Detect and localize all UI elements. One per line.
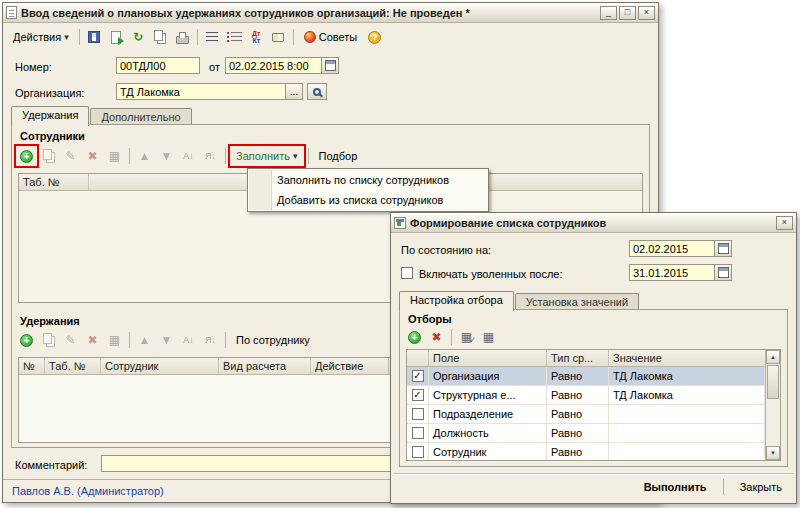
post-button[interactable] [106,27,127,47]
filter-field-cell[interactable]: Должность [429,424,547,442]
add-deduction-button[interactable]: + [16,330,37,350]
add-filter-button[interactable]: + [404,327,425,347]
filter-row[interactable]: ✓ Должность Равно [407,424,765,443]
filter-value-cell[interactable]: ТД Лакомка [609,386,765,404]
toolbar-separator [129,148,130,164]
number-input[interactable] [116,57,200,74]
filter-compare-cell[interactable]: Равно [547,424,609,442]
end-edit-button[interactable]: ▦ [104,146,125,166]
filter-compare-cell[interactable]: Равно [547,443,609,461]
movements-button[interactable] [224,27,245,47]
date-input[interactable] [225,57,322,74]
employees-toolbar: + ✎ ✖ ▦ ▲ ▼ А↓ Я↓ Заполнить ▾ Подбор [16,144,363,168]
filter-row[interactable]: ✓ Подразделение Равно [407,405,765,424]
print-button[interactable] [172,27,193,47]
move-down-button[interactable]: ▼ [156,330,177,350]
as-of-date-input[interactable] [629,240,715,257]
fired-date-input[interactable] [629,264,715,281]
filters-scrollbar[interactable]: ▲ ▼ [765,350,780,460]
checkbox[interactable]: ✓ [412,446,424,458]
filter-field-cell[interactable]: Структурная е... [429,386,547,404]
tips-button[interactable]: Советы [298,27,363,47]
sort-desc-button[interactable]: Я↓ [200,330,221,350]
refresh-button[interactable]: ↻ [128,27,149,47]
save-button[interactable] [84,27,105,47]
checkbox[interactable]: ✓ [412,389,424,401]
move-up-button[interactable]: ▲ [134,330,155,350]
filter-value-cell[interactable]: ТД Лакомка [609,367,765,385]
menu-item-fill-by-list[interactable]: Заполнить по списку сотрудников [249,170,487,190]
execute-button[interactable]: Выполнить [636,479,715,495]
filter-value-cell[interactable] [609,424,765,442]
chevron-down-icon: ▾ [293,151,298,161]
filter-value-cell[interactable] [609,443,765,461]
list-button[interactable] [202,27,223,47]
close-button[interactable]: × [638,6,655,20]
help-button[interactable]: ? [364,27,385,47]
date-calendar-button[interactable] [322,57,339,74]
sort-desc-button[interactable]: Я↓ [200,146,221,166]
fired-calendar-button[interactable] [715,264,732,281]
organization-open-button[interactable] [307,83,327,100]
organization-select-button[interactable]: ... [286,83,303,100]
filter-field-cell[interactable]: Сотрудник [429,443,547,461]
include-fired-checkbox[interactable]: ✓ [401,267,413,279]
as-of-calendar-button[interactable] [715,240,732,257]
add-employee-button[interactable]: + [16,146,37,166]
move-up-button[interactable]: ▲ [134,146,155,166]
checkbox[interactable]: ✓ [412,427,424,439]
checkbox[interactable]: ✓ [412,370,424,382]
tab-filter-settings[interactable]: Настройка отбора [399,291,514,311]
filter-check-cell[interactable]: ✓ [407,405,429,423]
scroll-down-button[interactable]: ▼ [766,446,780,460]
minimize-button[interactable]: _ [600,6,617,20]
menu-item-add-from-list[interactable]: Добавить из списка сотрудников [249,190,487,210]
end-edit-button[interactable]: ▦ [104,330,125,350]
filter-check-cell[interactable]: ✓ [407,367,429,385]
filter-compare-cell[interactable]: Равно [547,405,609,423]
sort-asc-button[interactable]: А↓ [178,146,199,166]
scroll-track[interactable] [766,400,780,446]
tab-label: Дополнительно [101,111,180,123]
filter-compare-cell[interactable]: Равно [547,367,609,385]
organization-input[interactable] [116,83,286,100]
copy-row-button[interactable] [38,330,59,350]
filter-check-cell[interactable]: ✓ [407,424,429,442]
delete-filter-button[interactable]: ✖ [426,327,447,347]
plus-glyph: + [23,151,29,162]
checkbox[interactable]: ✓ [412,408,424,420]
filter-value-cell[interactable] [609,405,765,423]
edit-row-button[interactable]: ✎ [60,146,81,166]
filter-grid-button[interactable]: ▦ [478,327,499,347]
dialog-close-button[interactable]: × [776,216,793,230]
dt-kt-button[interactable]: Дт Кт [246,27,267,47]
maximize-button[interactable]: □ [619,6,636,20]
filter-field-cell[interactable]: Организация [429,367,547,385]
tab-deductions[interactable]: Удержания [11,106,89,126]
delete-row-button[interactable]: ✖ [82,146,103,166]
copy-row-button[interactable] [38,146,59,166]
journal-button[interactable] [268,27,289,47]
edit-row-button[interactable]: ✎ [60,330,81,350]
by-employee-button[interactable]: По сотруднику [230,330,316,350]
copy-button[interactable] [150,27,171,47]
move-down-button[interactable]: ▼ [156,146,177,166]
delete-row-button[interactable]: ✖ [82,330,103,350]
dialog-close-action-button[interactable]: Закрыть [732,479,790,495]
filter-row[interactable]: ✓ Структурная е... Равно ТД Лакомка [407,386,765,405]
sort-asc-icon: А↓ [183,150,194,162]
actions-button[interactable]: Действия ▾ [7,27,75,47]
filter-compare-cell[interactable]: Равно [547,386,609,404]
sort-asc-button[interactable]: А↓ [178,330,199,350]
scroll-up-button[interactable]: ▲ [766,350,780,364]
filter-check-cell[interactable]: ✓ [407,386,429,404]
filter-check-cell[interactable]: ✓ [407,443,429,461]
filter-settings-button[interactable]: ▦ ✓ [456,327,477,347]
scroll-thumb[interactable] [767,365,779,399]
pick-button[interactable]: Подбор [313,146,364,166]
filter-row[interactable]: ✓ Организация Равно ТД Лакомка [407,367,765,386]
close-icon: × [782,217,787,227]
filter-field-cell[interactable]: Подразделение [429,405,547,423]
fill-button[interactable]: Заполнить ▾ [230,146,304,166]
filter-row[interactable]: ✓ Сотрудник Равно [407,443,765,461]
